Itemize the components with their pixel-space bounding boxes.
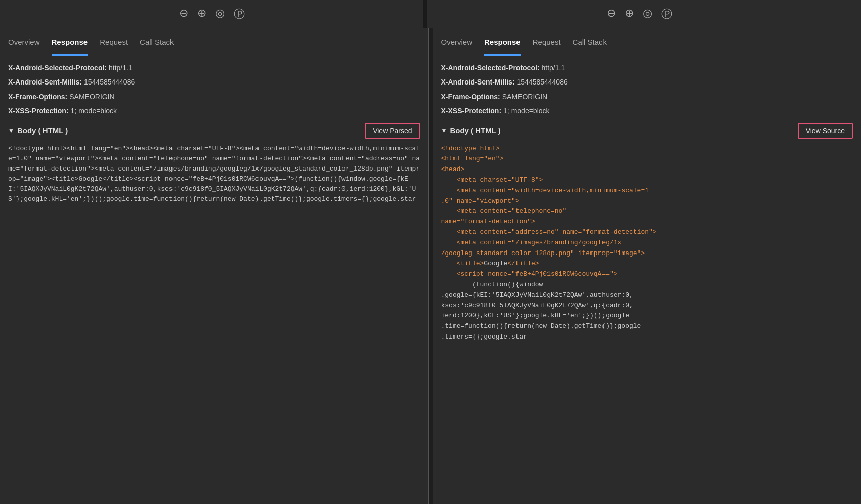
right-header-millis: X-Android-Sent-Millis: 1544585444086 <box>441 76 853 88</box>
zoom-icon-left[interactable]: ⊕ <box>197 7 206 22</box>
left-tab-callstack[interactable]: Call Stack <box>140 28 174 56</box>
left-header-xss: X-XSS-Protection: 1; mode=block <box>8 105 420 116</box>
pause-icon-right[interactable]: Ⓟ <box>661 7 672 22</box>
panel-divider <box>429 28 433 504</box>
pause-icon-left[interactable]: Ⓟ <box>234 7 245 22</box>
left-panel: Overview Response Request Call Stack X-A… <box>0 28 429 504</box>
left-header-frame-options: X-Frame-Options: SAMEORIGIN <box>8 91 420 102</box>
view-source-button[interactable]: View Source <box>798 123 853 139</box>
minimize-icon-left[interactable]: ⊖ <box>179 7 188 22</box>
record-icon-left[interactable]: ◎ <box>215 7 225 22</box>
view-parsed-button[interactable]: View Parsed <box>365 123 420 139</box>
zoom-icon-right[interactable]: ⊕ <box>625 7 634 22</box>
right-tab-request[interactable]: Request <box>533 28 561 56</box>
right-window-controls: ⊖ ⊕ ◎ Ⓟ <box>427 7 851 22</box>
left-tab-bar: Overview Response Request Call Stack <box>0 28 428 56</box>
left-body-section-header: ▼ Body ( HTML ) View Parsed <box>8 123 420 139</box>
right-body-section-header: ▼ Body ( HTML ) View Source <box>441 123 853 139</box>
right-header-frame-options: X-Frame-Options: SAMEORIGIN <box>441 91 853 102</box>
left-window-controls: ⊖ ⊕ ◎ Ⓟ <box>0 7 423 22</box>
left-header-millis: X-Android-Sent-Millis: 1544585444086 <box>8 76 420 88</box>
right-body-triangle-icon: ▼ <box>441 127 447 134</box>
left-header-protocol: X-Android-Selected-Protocol: http/1.1 <box>8 62 420 73</box>
right-body-title: Body ( HTML ) <box>450 126 500 135</box>
left-tab-request[interactable]: Request <box>100 28 128 56</box>
right-tab-callstack[interactable]: Call Stack <box>573 28 607 56</box>
record-icon-right[interactable]: ◎ <box>643 7 652 22</box>
left-body-content: <!doctype html><html lang="en"><head><me… <box>8 144 420 205</box>
right-header-protocol: X-Android-Selected-Protocol: http/1.1 <box>441 62 853 73</box>
right-content-area: X-Android-Selected-Protocol: http/1.1 X-… <box>433 56 862 504</box>
left-tab-response[interactable]: Response <box>52 28 88 56</box>
left-content-area: X-Android-Selected-Protocol: http/1.1 X-… <box>0 56 428 504</box>
right-body-html-code: <!doctype html> <html lang="en"> <head> … <box>441 144 853 343</box>
minimize-icon-right[interactable]: ⊖ <box>607 7 616 22</box>
left-tab-overview[interactable]: Overview <box>8 28 40 56</box>
right-panel: Overview Response Request Call Stack X-A… <box>433 28 862 504</box>
right-tab-overview[interactable]: Overview <box>441 28 473 56</box>
left-body-triangle-icon: ▼ <box>8 127 14 134</box>
right-header-xss: X-XSS-Protection: 1; mode=block <box>441 105 853 116</box>
left-body-title: Body ( HTML ) <box>17 126 68 135</box>
right-tab-response[interactable]: Response <box>484 28 521 56</box>
right-tab-bar: Overview Response Request Call Stack <box>433 28 862 56</box>
